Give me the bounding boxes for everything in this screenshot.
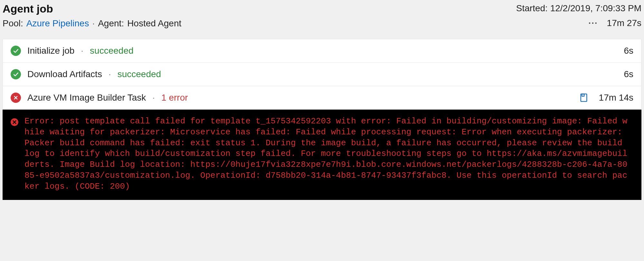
step-duration: 17m 14s [595, 93, 633, 103]
pool-link[interactable]: Azure Pipelines [26, 18, 89, 29]
step-row[interactable]: Download Artifacts · succeeded 6s [3, 63, 641, 86]
more-actions-button[interactable]: ··· [588, 18, 598, 28]
pool-label: Pool: [3, 18, 23, 29]
steps-list: Initialize job · succeeded 6s Download A… [3, 39, 641, 110]
error-text: Error: post template call failed for tem… [24, 116, 630, 192]
separator-dot: · [152, 93, 155, 103]
separator-dot: · [109, 69, 111, 79]
step-name: Download Artifacts [27, 69, 102, 79]
started-label: Started: [516, 3, 548, 13]
step-name: Azure VM Image Builder Task [27, 93, 146, 103]
job-duration: 17m 27s [607, 18, 641, 28]
error-console: Error: post template call failed for tem… [3, 110, 641, 200]
svg-rect-3 [582, 94, 584, 96]
agent-label: Agent: [98, 18, 124, 29]
step-row[interactable]: Initialize job · succeeded 6s [3, 39, 641, 63]
step-status: succeeded [118, 69, 161, 79]
separator-dot: · [92, 18, 95, 29]
job-header-right: Started: 12/2/2019, 7:09:33 PM ··· 17m 2… [516, 3, 641, 28]
step-duration: 6s [595, 46, 633, 56]
x-circle-icon [10, 118, 19, 126]
started-value: 12/2/2019, 7:09:33 PM [550, 3, 641, 13]
step-row[interactable]: Azure VM Image Builder Task · 1 error 17… [3, 86, 641, 109]
x-circle-icon [11, 93, 21, 103]
job-header-left: Agent job Pool: Azure Pipelines · Agent:… [3, 3, 181, 29]
job-title: Agent job [3, 3, 181, 15]
check-circle-icon [11, 69, 21, 79]
step-status: succeeded [90, 46, 133, 56]
started-text: Started: 12/2/2019, 7:09:33 PM [516, 3, 641, 14]
separator-dot: · [81, 46, 83, 56]
step-status: 1 error [161, 93, 188, 103]
log-icon[interactable] [579, 93, 588, 102]
header-right-sub: ··· 17m 27s [588, 18, 641, 28]
step-name: Initialize job [27, 46, 74, 56]
job-header: Agent job Pool: Azure Pipelines · Agent:… [0, 0, 644, 36]
check-circle-icon [11, 46, 21, 56]
job-subheader: Pool: Azure Pipelines · Agent: Hosted Ag… [3, 18, 181, 29]
step-duration: 6s [595, 69, 633, 79]
agent-value: Hosted Agent [127, 18, 181, 29]
